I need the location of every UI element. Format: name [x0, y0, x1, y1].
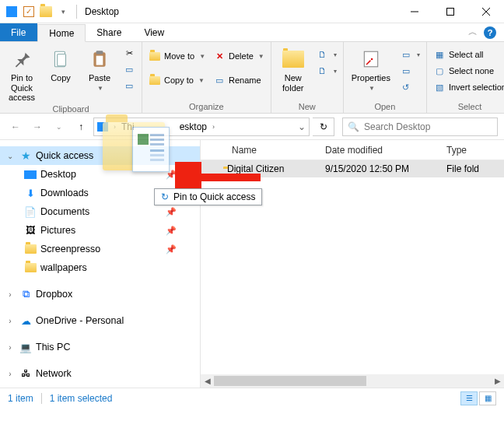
forward-button[interactable]: → [28, 118, 47, 136]
maximize-button[interactable] [432, 0, 468, 23]
cell-date: 9/15/2020 12:50 PM [317, 163, 439, 174]
cut-button[interactable]: ✂ [120, 45, 138, 61]
easy-access-button[interactable]: 🗋▾ [313, 63, 340, 79]
scroll-track[interactable] [214, 374, 491, 388]
refresh-button[interactable]: ↻ [313, 118, 334, 136]
tree-thispc[interactable]: › 💻 This PC [0, 338, 200, 356]
rename-button[interactable]: ▭ Rename [210, 72, 268, 88]
new-item-icon: 🗋 [317, 48, 329, 61]
minimize-button[interactable] [397, 0, 432, 23]
copy-label: Copy [51, 73, 71, 83]
tab-share[interactable]: Share [86, 23, 133, 41]
ribbon: Pin to Quick access Copy Paste ▼ ✂ ▭ ▭ C… [0, 42, 504, 114]
scroll-thumb[interactable] [214, 376, 366, 386]
chevron-right-icon[interactable]: › [210, 123, 217, 131]
expand-icon[interactable]: › [5, 343, 16, 352]
delete-button[interactable]: ✕ Delete▼ [210, 48, 268, 64]
onedrive-icon: ☁ [19, 314, 33, 327]
tree-quick-access[interactable]: ⌄ ★ Quick access [0, 146, 200, 165]
scroll-right-button[interactable]: ▶ [491, 374, 504, 388]
tree-dropbox[interactable]: › ⧉ Dropbox [0, 285, 200, 303]
tree-wallpapers[interactable]: wallpapers [0, 258, 200, 277]
invert-selection-button[interactable]: ▧Invert selection [430, 79, 504, 95]
edit-button[interactable]: ▭ [397, 63, 423, 79]
qat-folder-icon[interactable] [39, 5, 53, 19]
window-controls [397, 0, 504, 23]
copy-button[interactable]: Copy [42, 44, 79, 83]
tab-home[interactable]: Home [37, 24, 86, 42]
qat-dropdown-icon[interactable]: ▾ [56, 5, 70, 19]
thumbnails-view-button[interactable]: ▦ [479, 391, 496, 405]
pinned-icon: 📌 [166, 244, 177, 254]
status-selected: 1 item selected [50, 393, 113, 404]
folder-icon [23, 243, 37, 255]
move-to-button[interactable]: Move to▼ [145, 48, 208, 64]
open-button[interactable]: ▭▾ [397, 47, 423, 62]
svg-rect-1 [447, 8, 454, 15]
svg-rect-8 [96, 56, 103, 65]
group-clipboard-label: Clipboard [3, 103, 138, 115]
nav-row: ← → ⌄ ↑ › Thi xxxxxxx esktop › ⌄ ↻ 🔍 Sea… [0, 114, 504, 140]
pictures-icon: 🖼 [23, 224, 37, 237]
expand-icon[interactable]: › [5, 290, 16, 299]
pinned-icon: 📌 [166, 207, 177, 217]
history-button[interactable]: ↺ [397, 79, 423, 95]
search-placeholder: Search Desktop [364, 121, 430, 132]
content-pane[interactable]: Name Date modified Type Digital Citizen … [201, 140, 504, 388]
column-type[interactable]: Type [439, 145, 504, 156]
quick-access-icon: ★ [19, 149, 33, 162]
up-button[interactable]: ↑ [72, 118, 90, 136]
close-button[interactable] [468, 0, 504, 23]
tree-pictures[interactable]: 🖼 Pictures 📌 [0, 221, 200, 240]
paste-icon [87, 47, 112, 72]
select-all-button[interactable]: ▦Select all [430, 47, 504, 62]
chevron-right-icon[interactable]: › [111, 123, 118, 131]
column-name[interactable]: Name [201, 145, 317, 156]
tree-desktop[interactable]: Desktop 📌 [0, 165, 200, 184]
help-icon[interactable]: ? [484, 26, 496, 39]
group-open-label: Open [347, 100, 423, 113]
qat-properties-icon[interactable]: ✓ [22, 5, 36, 19]
new-folder-button[interactable]: New folder [275, 44, 312, 93]
recent-dropdown[interactable]: ⌄ [50, 118, 68, 136]
address-icon [94, 118, 111, 135]
expand-icon[interactable]: ⌄ [5, 152, 16, 160]
column-headers[interactable]: Name Date modified Type [201, 140, 504, 160]
expand-icon[interactable]: › [5, 370, 16, 378]
address-dropdown[interactable]: ⌄ [295, 118, 309, 135]
horizontal-scrollbar[interactable]: ◀ ▶ [201, 374, 504, 388]
details-view-button[interactable]: ☰ [460, 391, 478, 405]
select-none-button[interactable]: ▢Select none [430, 63, 504, 79]
pin-to-quick-access-button[interactable]: Pin to Quick access [3, 44, 40, 103]
scroll-left-button[interactable]: ◀ [201, 374, 214, 388]
tree-screenpresso[interactable]: Screenpresso 📌 [0, 240, 200, 258]
column-date[interactable]: Date modified [317, 145, 439, 156]
move-to-icon [149, 50, 161, 62]
pinned-icon: 📌 [166, 170, 177, 180]
group-open: Properties▼ ▭▾ ▭ ↺ Open [344, 42, 427, 113]
view-toggles: ☰ ▦ [460, 391, 496, 405]
copy-path-button[interactable]: ▭ [120, 61, 138, 77]
ribbon-tabs: File Home Share View ︿ ? [0, 23, 504, 42]
tab-file[interactable]: File [0, 23, 37, 41]
new-item-button[interactable]: 🗋▾ [313, 47, 340, 62]
properties-button[interactable]: Properties▼ [347, 44, 395, 92]
paste-button[interactable]: Paste ▼ [81, 44, 118, 92]
collapse-ribbon-icon[interactable]: ︿ [468, 26, 478, 39]
tab-view[interactable]: View [133, 23, 176, 41]
group-select-label: Select [430, 100, 504, 113]
search-box[interactable]: 🔍 Search Desktop [342, 118, 498, 136]
back-button[interactable]: ← [6, 118, 25, 136]
tree-network[interactable]: › 🖧 Network [0, 364, 200, 383]
address-bar[interactable]: › Thi xxxxxxx esktop › ⌄ [93, 118, 310, 136]
copy-to-button[interactable]: Copy to▼ [145, 72, 208, 88]
status-bar: 1 item 1 item selected ☰ ▦ [0, 388, 504, 408]
expand-icon[interactable]: › [5, 317, 16, 325]
main-area: ⌄ ★ Quick access Desktop 📌 ⬇ Downloads 📌… [0, 140, 504, 388]
address-seg-thispc[interactable]: Thi [118, 118, 138, 135]
paste-shortcut-button[interactable]: ▭ [120, 78, 138, 93]
navigation-pane[interactable]: ⌄ ★ Quick access Desktop 📌 ⬇ Downloads 📌… [0, 140, 201, 388]
file-row[interactable]: Digital Citizen 9/15/2020 12:50 PM File … [201, 160, 504, 177]
address-seg-desktop[interactable]: esktop [177, 118, 210, 135]
tree-onedrive[interactable]: › ☁ OneDrive - Personal [0, 311, 200, 330]
